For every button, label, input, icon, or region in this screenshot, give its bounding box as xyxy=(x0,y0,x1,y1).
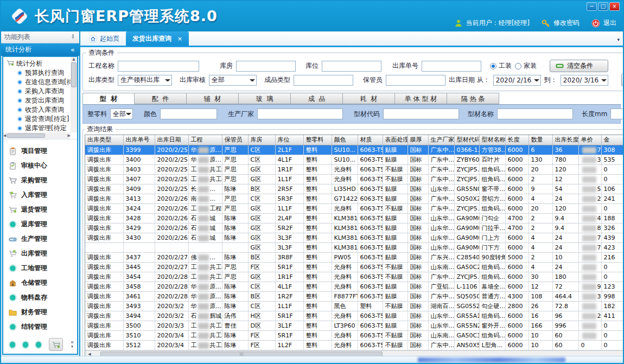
date-to-picker[interactable]: 2020/ 3/16 xyxy=(561,75,608,86)
product-type-input[interactable] xyxy=(294,75,353,86)
sidebar-item-结转管理[interactable]: 结转管理 xyxy=(9,320,75,334)
column-header-出库单号[interactable]: 出库单号 xyxy=(123,135,155,145)
teal-dot-icon[interactable] xyxy=(10,342,15,348)
tree-vertical-scrollbar[interactable]: ▲ xyxy=(71,57,77,132)
column-header-库房[interactable]: 库房 xyxy=(248,135,275,145)
tree-horizontal-scrollbar[interactable]: ◀▶ xyxy=(3,132,71,139)
tree-item-预算执行查询[interactable]: 预算执行查询 xyxy=(7,68,69,78)
footer-cart-button[interactable] xyxy=(49,338,63,351)
teal-dot-icon[interactable] xyxy=(23,342,28,348)
table-row[interactable]: 调拨出库35102020/3/4工共工程陈琳F区5R1F整料光身料6063-T5… xyxy=(85,330,623,340)
sidebar-item-审核中心[interactable]: 审核中心 xyxy=(9,158,75,173)
column-header-材质[interactable]: 材质 xyxy=(358,135,383,145)
table-row[interactable]: 调拨出库34372020/2/27佛...陈琳B区3R8F整料PW056063-… xyxy=(85,252,623,262)
minimize-button[interactable]: ─ xyxy=(587,2,597,11)
table-row[interactable]: 调拨出库34452020/2/27工共工程严思F区5R1F整料光身料6063-T… xyxy=(85,262,623,272)
search-button[interactable]: 查 询 xyxy=(621,74,624,86)
tree-item-采购入库查询[interactable]: 采购入库查询 xyxy=(7,87,69,96)
sidebar-item-入库管理[interactable]: 入库管理 xyxy=(9,188,75,202)
date-from-picker[interactable]: 2020/ 2/16 xyxy=(493,75,541,86)
sidebar-item-出库管理[interactable]: 出库管理 xyxy=(9,246,75,261)
tab-overflow-dropdown-icon[interactable]: ▾ xyxy=(617,37,620,42)
out-no-input[interactable] xyxy=(422,61,481,72)
table-row[interactable]: 调拨出库34542020/2/28工共工程严思G区1R1F整料光身料6063-T… xyxy=(85,272,623,282)
out-type-combobox[interactable]: 生产领料出库 xyxy=(118,75,172,86)
column-header-表面处理[interactable]: 表面处理 xyxy=(383,135,407,145)
out-audit-combobox[interactable]: 全部 xyxy=(209,75,257,86)
table-row[interactable]: 调拨出库34302020/2/26石城陈琳G区3L3F整料KLM38176063… xyxy=(85,233,623,242)
table-row[interactable]: 调拨出库34242020/2/26工工程严思G区1L1F整料光身料6063-T5… xyxy=(85,203,623,213)
radio-gongzhuang[interactable]: 工装 xyxy=(490,61,512,71)
length-input[interactable] xyxy=(610,108,624,119)
column-header-颜色[interactable]: 颜色 xyxy=(332,135,358,145)
column-header-型材代码[interactable]: 型材代码 xyxy=(454,135,479,145)
sidebar-item-退货管理[interactable]: 退货管理 xyxy=(9,202,75,217)
tree-item-收货入库查询[interactable]: 收货入库查询 xyxy=(7,105,69,114)
table-row[interactable]: 调拨出库34132020/2/26南...严思C区5R3F整料G71422606… xyxy=(85,194,623,203)
table-row[interactable]: 调拨出库34612020/2/28华原...陈琳B区1R2F整料F8877FT6… xyxy=(85,291,623,301)
tree-root-statistics[interactable]: 统计分析 xyxy=(7,59,69,68)
keeper-input[interactable] xyxy=(386,75,445,86)
column-header-出库长度[interactable]: 出库长度 xyxy=(552,135,578,145)
teal-dot-icon[interactable] xyxy=(36,342,41,348)
tab-close-icon[interactable]: × xyxy=(177,35,182,42)
table-row[interactable]: 调拨出库35002020/3/3工共工程曹佳D区3L1F整料LT3P606063… xyxy=(85,321,623,330)
sidebar-item-项目管理[interactable]: 项目管理 xyxy=(9,144,75,158)
column-header-长度[interactable]: 长度 xyxy=(505,135,529,145)
sidebar-more-button[interactable]: »▾ xyxy=(71,340,74,349)
column-header-型材名称[interactable]: 型材名称 xyxy=(479,135,505,145)
sidebar-item-生产管理[interactable]: 生产管理 xyxy=(9,232,75,246)
project-name-input[interactable] xyxy=(118,61,199,72)
table-row[interactable]: G区3L3F整料KLM38176063-T5贴膜国标山东华...GA90M09.… xyxy=(85,242,623,252)
material-tab-玻璃[interactable]: 玻 璃 xyxy=(239,93,291,104)
table-row[interactable]: 调拨出库34932020/3/2华原...陈琳C区1L1F整料黑色塑料不贴膜国标… xyxy=(85,301,623,311)
color-input[interactable] xyxy=(160,108,217,119)
maximize-button[interactable]: □ xyxy=(598,2,608,11)
change-password-link[interactable]: 修改密码 xyxy=(553,18,580,28)
table-row[interactable]: 调拨出库34032020/2/25工共工程严思G区1R1F整料光身料6063-T… xyxy=(85,164,623,174)
column-header-生产厂家[interactable]: 生产厂家 xyxy=(428,135,454,145)
table-row[interactable]: 调拨出库34942020/3/2石辉城汤伟H区5R1F整料光身料6063-T5贴… xyxy=(85,311,623,321)
table-row[interactable]: 调拨出库33992020/2/25华原...严思C区2L1F整料SU10...6… xyxy=(85,145,623,155)
sidebar-item-采购管理[interactable]: 采购管理 xyxy=(9,173,75,188)
column-header-工程[interactable]: 工程 xyxy=(188,135,222,145)
tree-item-退库管理[待定[interactable]: 退库管理[待定 xyxy=(7,124,69,133)
manufacturer-input[interactable] xyxy=(257,108,343,119)
table-row[interactable]: 调拨出库34282020/2/26石城陈琳G区2L4F整料KLM38176063… xyxy=(85,213,623,223)
tree-item-退货查询[待定][interactable]: 退货查询[待定] xyxy=(7,114,69,124)
material-tab-隔热条[interactable]: 隔 热 条 xyxy=(447,93,499,104)
table-row[interactable]: 调拨出库34292020/2/26石城陈琳G区5R2F整料KLM38176063… xyxy=(85,223,623,233)
column-header-整零料[interactable]: 整零料 xyxy=(303,135,332,145)
profile-code-input[interactable] xyxy=(383,108,459,119)
column-header-膜厚[interactable]: 膜厚 xyxy=(407,135,428,145)
column-header-数量[interactable]: 数量 xyxy=(529,135,552,145)
column-header-库位[interactable]: 库位 xyxy=(275,135,303,145)
clear-conditions-button[interactable]: 清空条件 xyxy=(550,60,608,72)
logout-link[interactable]: 退出 xyxy=(603,18,616,28)
column-header-单价[interactable]: 单价 xyxy=(578,135,601,145)
table-row[interactable]: 调拨出库34002020/2/25华原...严思C区4L1F整料SU10...6… xyxy=(85,155,623,164)
table-row[interactable]: 调拨出库34092020/2/25长...陈琳B区2R5F整料LI35HD606… xyxy=(85,184,623,194)
table-row[interactable]: 调拨出库34072020/2/25工共工程严思G区1L1F整料光身料6063-T… xyxy=(85,174,623,184)
sidebar-section-statistics[interactable]: 统计分析 « xyxy=(1,43,79,56)
column-header-金[interactable]: 金 xyxy=(601,135,623,145)
sidebar-item-仓储管理[interactable]: 仓储管理 xyxy=(9,276,75,290)
close-button[interactable]: × xyxy=(609,2,620,11)
column-header-出库日期[interactable]: 出库日期 xyxy=(155,135,188,145)
tree-item-在途信息查询[待[interactable]: 在途信息查询[待 xyxy=(7,78,69,87)
whole-part-combobox[interactable]: 全部 xyxy=(110,108,133,119)
sidebar-item-工地管理[interactable]: 工地管理 xyxy=(9,261,75,276)
profile-name-input[interactable] xyxy=(497,108,573,119)
tree-item-发货出库查询[interactable]: 发货出库查询 xyxy=(7,96,69,105)
material-tab-配件[interactable]: 配 件 xyxy=(135,93,187,104)
material-tab-单体型材[interactable]: 单 体 型 材 xyxy=(395,93,447,104)
table-row[interactable]: 调拨出库34582020/2/28华原...陈琳C区4L1F整料光身料6063-… xyxy=(85,282,623,291)
sidebar-item-退库管理[interactable]: 退库管理 xyxy=(9,217,75,232)
tab-home[interactable]: 起始页 xyxy=(82,31,126,46)
tab-shipment-out-query[interactable]: 发货出库查询 × xyxy=(126,31,189,46)
location-input[interactable] xyxy=(322,61,381,72)
material-tab-耗材[interactable]: 耗 材 xyxy=(343,93,395,104)
table-row[interactable]: 调拨出库35122020/3/4工共工程陈琳F区1L2F整料光身料6063-T5… xyxy=(85,340,623,350)
sidebar-item-物料盘存[interactable]: 物料盘存 xyxy=(9,290,75,305)
radio-jiazhuang[interactable]: 家装 xyxy=(515,61,537,71)
